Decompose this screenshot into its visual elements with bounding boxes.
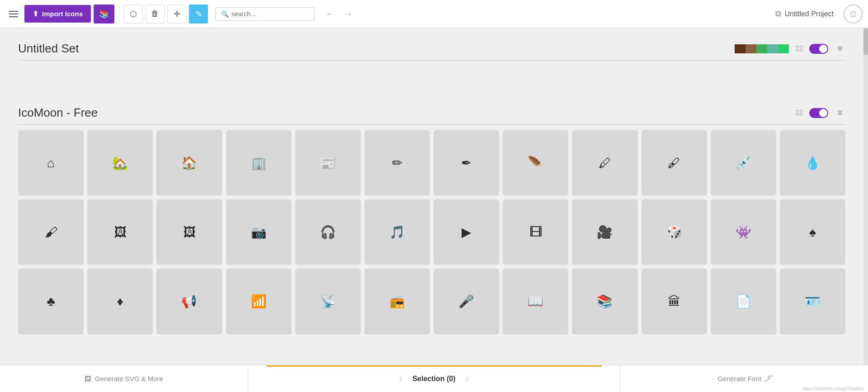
icon-eyedropper[interactable]: 💉 xyxy=(711,130,776,196)
icon-home2[interactable]: 🏡 xyxy=(87,130,153,196)
select-tool-button[interactable]: ⬡ xyxy=(124,5,143,24)
swatch-3 xyxy=(756,44,767,53)
scrollbar-thumb[interactable] xyxy=(863,28,868,55)
icon-drop[interactable]: 💧 xyxy=(780,130,845,196)
icon-library[interactable]: 📚 xyxy=(572,269,637,334)
user-icon: ☺ xyxy=(848,8,858,20)
toolbar: Import Icons 📚 ⬡ 🗑 ✛ ✎ 🔍 ← → ⧉ Untitled … xyxy=(0,0,868,28)
project-title-area: ⧉ Untitled Project xyxy=(775,9,834,19)
icon-camera[interactable]: 📷 xyxy=(226,199,292,265)
undo-button[interactable]: ← xyxy=(322,7,338,21)
edit-tool-button[interactable]: ✎ xyxy=(189,5,208,24)
search-box: 🔍 xyxy=(215,7,315,21)
untitled-set-section: Untitled Set 32 ≡ xyxy=(18,42,845,61)
menu-button[interactable] xyxy=(5,7,22,21)
move-tool-button[interactable]: ✛ xyxy=(167,5,186,24)
icon-pen2[interactable]: 🖊 xyxy=(572,130,637,196)
icon-newspaper[interactable]: 📰 xyxy=(295,130,361,196)
section-gap xyxy=(18,79,845,106)
icon-home[interactable]: ⌂ xyxy=(18,130,84,196)
search-icon: 🔍 xyxy=(221,10,229,18)
icon-diamond[interactable]: ♦ xyxy=(87,269,153,334)
cursor-icon: ⬡ xyxy=(130,9,137,19)
untitled-set-menu-button[interactable]: ≡ xyxy=(835,43,845,55)
icon-megaphone[interactable]: 📢 xyxy=(156,269,222,334)
icon-doc[interactable]: 📄 xyxy=(711,269,776,334)
icon-pen3[interactable]: 🖋 xyxy=(642,130,707,196)
icon-headphones[interactable]: 🎧 xyxy=(295,199,361,265)
icomoon-set-count: 32 xyxy=(795,109,803,117)
icon-home3[interactable]: 🏠 xyxy=(156,130,222,196)
icon-videocamera[interactable]: 🎥 xyxy=(572,199,637,265)
untitled-set-title: Untitled Set xyxy=(18,42,735,56)
icon-vcard[interactable]: 🪪 xyxy=(780,269,845,334)
scrollbar-track[interactable] xyxy=(863,28,868,365)
icon-film[interactable]: 🎞 xyxy=(503,199,568,265)
icomoon-icon-grid-row1: ⌂ 🏡 🏠 🏢 📰 ✏ ✒ 🪶 🖊 🖋 💉 💧 xyxy=(18,130,845,196)
icon-play[interactable]: ▶ xyxy=(434,199,499,265)
icon-pen[interactable]: ✒ xyxy=(434,130,499,196)
untitled-set-controls: 32 ≡ xyxy=(735,43,845,55)
icon-podcast[interactable]: 📡 xyxy=(295,269,361,334)
layers-icon: ⧉ xyxy=(775,9,781,19)
icomoon-icon-grid-row2: 🖌 🖼 🖼 📷 🎧 🎵 ▶ 🎞 🎥 🎲 👾 ♠ xyxy=(18,199,845,265)
icomoon-set-toggle[interactable] xyxy=(809,108,828,118)
icomoon-set-title: IcoMoon - Free xyxy=(18,106,795,120)
untitled-set-header: Untitled Set 32 ≡ xyxy=(18,42,845,61)
avatar-button[interactable]: ☺ xyxy=(844,5,863,24)
icon-bank[interactable]: 🏛 xyxy=(642,269,707,334)
icon-paint[interactable]: 🖌 xyxy=(18,199,84,265)
delete-tool-button[interactable]: 🗑 xyxy=(146,5,165,24)
icon-pencil[interactable]: ✏ xyxy=(364,130,430,196)
import-icons-button[interactable]: Import Icons xyxy=(24,5,91,23)
icomoon-set-section: IcoMoon - Free 32 ≡ ⌂ 🏡 🏠 🏢 📰 ✏ ✒ 🪶 xyxy=(18,106,845,335)
toolbar-separator xyxy=(119,6,119,22)
icon-pacman[interactable]: 👾 xyxy=(711,199,776,265)
untitled-set-count: 32 xyxy=(795,45,803,53)
icomoon-set-controls: 32 ≡ xyxy=(795,107,845,119)
icon-feather[interactable]: 🪶 xyxy=(503,130,568,196)
untitled-set-toggle[interactable] xyxy=(809,44,828,54)
import-icons-label: Import Icons xyxy=(42,10,83,18)
move-icon: ✛ xyxy=(174,9,180,19)
pencil-icon: ✎ xyxy=(195,9,202,19)
icomoon-icon-grid-row3: ♣ ♦ 📢 📶 📡 📻 🎤 📖 📚 🏛 📄 🪪 xyxy=(18,269,845,334)
icon-wifi[interactable]: 📶 xyxy=(226,269,292,334)
search-input[interactable] xyxy=(231,10,309,18)
swatch-1 xyxy=(735,44,745,53)
project-name: Untitled Project xyxy=(785,10,834,18)
icon-images[interactable]: 🖼 xyxy=(156,199,222,265)
swatch-5 xyxy=(778,44,789,53)
color-swatches xyxy=(735,44,789,53)
icon-dice[interactable]: 🎲 xyxy=(642,199,707,265)
trash-icon: 🗑 xyxy=(151,9,159,19)
icon-mic[interactable]: 🎤 xyxy=(434,269,499,334)
main-content: Untitled Set 32 ≡ xyxy=(0,28,863,365)
icon-clubs[interactable]: ♣ xyxy=(18,269,84,334)
swatch-4 xyxy=(767,44,778,53)
icomoon-set-menu-button[interactable]: ≡ xyxy=(835,107,845,119)
icon-spades[interactable]: ♠ xyxy=(780,199,845,265)
redo-button[interactable]: → xyxy=(340,7,356,21)
swatch-2 xyxy=(745,44,756,53)
page-container: Untitled Set 32 ≡ xyxy=(0,28,868,365)
library-icon: 📚 xyxy=(99,9,109,19)
icon-image[interactable]: 🖼 xyxy=(87,199,153,265)
upload-icon xyxy=(33,9,38,18)
library-button[interactable]: 📚 xyxy=(94,5,114,24)
icon-office[interactable]: 🏢 xyxy=(226,130,292,196)
undo-redo-group: ← → xyxy=(322,7,356,21)
icomoon-set-header: IcoMoon - Free 32 ≡ xyxy=(18,106,845,125)
icon-radio[interactable]: 📻 xyxy=(364,269,430,334)
icon-book[interactable]: 📖 xyxy=(503,269,568,334)
icon-music[interactable]: 🎵 xyxy=(364,199,430,265)
